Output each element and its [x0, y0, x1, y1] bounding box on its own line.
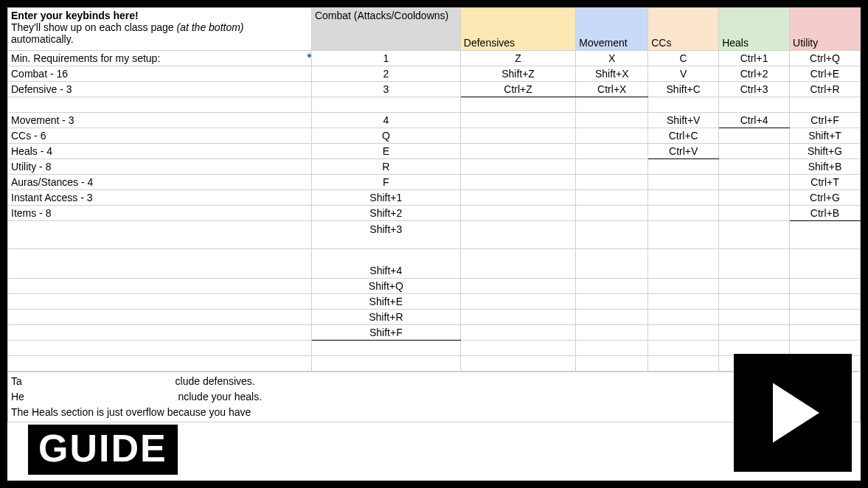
- cell[interactable]: Ctrl+Z: [460, 82, 575, 97]
- table-row[interactable]: [8, 97, 861, 113]
- cell[interactable]: Ctrl+T: [790, 175, 861, 190]
- cell[interactable]: [719, 206, 790, 221]
- cell[interactable]: [576, 190, 648, 206]
- cell[interactable]: Combat - 16: [8, 66, 312, 82]
- cell[interactable]: E: [311, 144, 460, 159]
- cell[interactable]: [576, 144, 648, 159]
- cell[interactable]: Shift+B: [790, 159, 861, 175]
- cell[interactable]: Shift+F: [311, 325, 460, 341]
- cell[interactable]: [719, 97, 790, 113]
- cell[interactable]: 1: [311, 51, 460, 66]
- cell[interactable]: [460, 206, 575, 221]
- cell[interactable]: [648, 190, 719, 206]
- cell[interactable]: [460, 128, 575, 144]
- table-row[interactable]: Shift+3: [8, 221, 861, 249]
- cell[interactable]: [8, 97, 312, 113]
- cell[interactable]: [8, 279, 312, 294]
- cell[interactable]: [8, 325, 312, 341]
- cell[interactable]: [8, 310, 312, 325]
- cell[interactable]: [648, 356, 719, 372]
- cell[interactable]: [790, 221, 861, 249]
- cell[interactable]: [460, 279, 575, 294]
- cell[interactable]: [576, 221, 648, 249]
- cell[interactable]: F: [311, 175, 460, 190]
- cell[interactable]: [8, 221, 312, 249]
- cell[interactable]: [719, 221, 790, 249]
- cell[interactable]: [719, 144, 790, 159]
- cell[interactable]: [460, 294, 575, 310]
- cell[interactable]: [648, 310, 719, 325]
- col-header-utility[interactable]: Utility: [790, 8, 861, 51]
- cell[interactable]: 4: [311, 113, 460, 128]
- cell[interactable]: [648, 206, 719, 221]
- cell[interactable]: Shift+V: [648, 113, 719, 128]
- cell[interactable]: [719, 294, 790, 310]
- cell[interactable]: Ctrl+B: [790, 206, 861, 221]
- table-row[interactable]: Shift+4: [8, 249, 861, 279]
- cell[interactable]: [648, 175, 719, 190]
- table-row[interactable]: [8, 356, 861, 372]
- cell[interactable]: Ctrl+C: [648, 128, 719, 144]
- cell[interactable]: Min. Requirements for my setup:: [8, 51, 312, 66]
- cell[interactable]: Shift+1: [311, 190, 460, 206]
- cell[interactable]: [648, 279, 719, 294]
- cell[interactable]: Ctrl+3: [719, 82, 790, 97]
- cell[interactable]: Shift+X: [576, 66, 648, 82]
- selection-handle[interactable]: [307, 53, 312, 58]
- cell[interactable]: [648, 159, 719, 175]
- cell[interactable]: [460, 341, 575, 356]
- cell[interactable]: Ctrl+G: [790, 190, 861, 206]
- cell[interactable]: [648, 325, 719, 341]
- cell[interactable]: [719, 175, 790, 190]
- cell[interactable]: 2: [311, 66, 460, 82]
- col-header-movement[interactable]: Movement: [576, 8, 648, 51]
- cell[interactable]: [790, 325, 861, 341]
- cell[interactable]: [8, 356, 312, 372]
- table-row[interactable]: Auras/Stances - 4FCtrl+T: [8, 175, 861, 190]
- cell[interactable]: Shift+T: [790, 128, 861, 144]
- cell[interactable]: [648, 221, 719, 249]
- cell[interactable]: Shift+E: [311, 294, 460, 310]
- table-row[interactable]: Shift+Q: [8, 279, 861, 294]
- cell[interactable]: Defensive - 3: [8, 82, 312, 97]
- cell[interactable]: [648, 249, 719, 279]
- cell[interactable]: Shift+C: [648, 82, 719, 97]
- cell[interactable]: [576, 175, 648, 190]
- cell[interactable]: [719, 325, 790, 341]
- cell[interactable]: Utility - 8: [8, 159, 312, 175]
- cell[interactable]: [576, 279, 648, 294]
- cell[interactable]: [576, 206, 648, 221]
- cell[interactable]: X: [576, 51, 648, 66]
- cell[interactable]: [648, 294, 719, 310]
- cell[interactable]: [719, 310, 790, 325]
- cell[interactable]: [576, 356, 648, 372]
- cell[interactable]: C: [648, 51, 719, 66]
- cell[interactable]: Auras/Stances - 4: [8, 175, 312, 190]
- table-row[interactable]: Min. Requirements for my setup:1ZXCCtrl+…: [8, 51, 861, 66]
- cell[interactable]: Ctrl+F: [790, 113, 861, 128]
- cell[interactable]: R: [311, 159, 460, 175]
- cell[interactable]: [460, 221, 575, 249]
- cell[interactable]: 3: [311, 82, 460, 97]
- table-row[interactable]: Movement - 34Shift+VCtrl+4Ctrl+F: [8, 113, 861, 128]
- table-row[interactable]: Defensive - 33Ctrl+ZCtrl+XShift+CCtrl+3C…: [8, 82, 861, 97]
- cell[interactable]: [311, 341, 460, 356]
- cell[interactable]: [719, 128, 790, 144]
- cell[interactable]: V: [648, 66, 719, 82]
- cell[interactable]: [311, 97, 460, 113]
- cell[interactable]: [460, 113, 575, 128]
- cell[interactable]: Items - 8: [8, 206, 312, 221]
- col-header-combat[interactable]: Combat (Attacks/Cooldowns): [311, 8, 460, 51]
- cell[interactable]: [460, 190, 575, 206]
- cell[interactable]: [576, 128, 648, 144]
- table-row[interactable]: Heals - 4ECtrl+VShift+G: [8, 144, 861, 159]
- cell[interactable]: [460, 144, 575, 159]
- keybind-spreadsheet[interactable]: Enter your keybinds here! They'll show u…: [7, 7, 861, 372]
- table-row[interactable]: Combat - 162Shift+ZShift+XVCtrl+2Ctrl+E: [8, 66, 861, 82]
- table-row[interactable]: [8, 341, 861, 356]
- cell[interactable]: [790, 294, 861, 310]
- cell[interactable]: [648, 341, 719, 356]
- table-row[interactable]: CCs - 6QCtrl+CShift+T: [8, 128, 861, 144]
- cell[interactable]: Shift+R: [311, 310, 460, 325]
- cell[interactable]: [460, 159, 575, 175]
